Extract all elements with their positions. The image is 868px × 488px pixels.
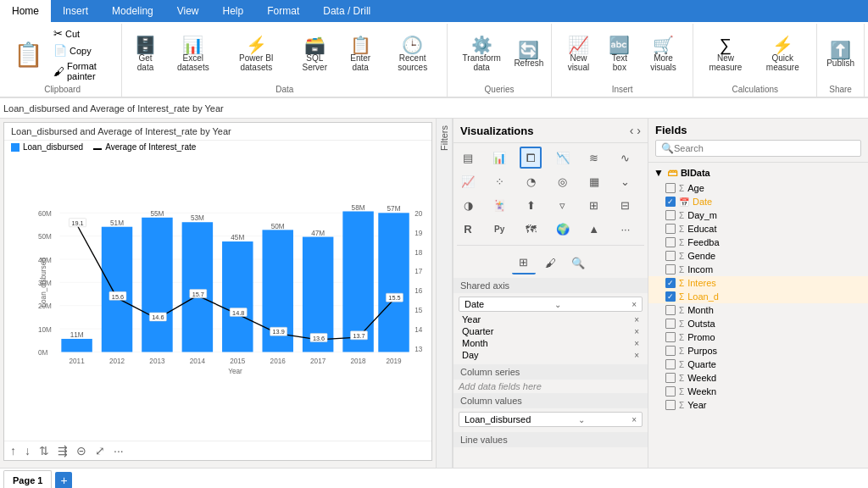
- field-check-quarte[interactable]: [665, 359, 676, 369]
- bar-2014[interactable]: [182, 222, 213, 352]
- field-item-weekn[interactable]: Σ Weekn: [648, 385, 868, 398]
- viz-icon-area[interactable]: ∿: [615, 147, 637, 169]
- toolbar-up-btn[interactable]: ↑: [8, 443, 19, 458]
- field-item-promo[interactable]: Σ Promo: [648, 330, 868, 344]
- filters-panel[interactable]: Filters: [436, 119, 453, 468]
- new-visual-button[interactable]: 📈 New visual: [557, 34, 600, 75]
- viz-icon-scatter[interactable]: ⁘: [488, 170, 510, 192]
- tab-help[interactable]: Help: [211, 0, 256, 22]
- field-check-gende[interactable]: [665, 251, 676, 261]
- viz-icon-table[interactable]: ⊞: [583, 194, 605, 216]
- field-item-date[interactable]: ✓ 📅 Date: [648, 195, 868, 208]
- text-box-button[interactable]: 🔤 Text box: [602, 34, 637, 75]
- chart-inner[interactable]: 60M 50M 40M 30M 20M 10M 0M 20 19 18 17 1…: [4, 153, 431, 441]
- tab-format[interactable]: Format: [255, 0, 311, 22]
- field-item-purpos[interactable]: Σ Purpos: [648, 344, 868, 358]
- field-item-month[interactable]: Σ Month: [648, 303, 868, 317]
- field-check-educat[interactable]: [665, 224, 676, 234]
- more-visuals-button[interactable]: 🛒 More visuals: [639, 34, 688, 75]
- field-item-loand[interactable]: ✓ Σ Loan_d: [648, 290, 868, 303]
- toolbar-filter-btn[interactable]: ⊝: [74, 443, 89, 458]
- viz-icon-card[interactable]: 🃏: [488, 194, 510, 216]
- viz-date-close[interactable]: ×: [632, 300, 637, 309]
- viz-year-close[interactable]: ×: [634, 315, 639, 324]
- sql-server-button[interactable]: 🗃️ SQL Server: [292, 34, 337, 75]
- viz-icon-filled-map[interactable]: 🌍: [552, 218, 574, 240]
- get-data-button[interactable]: 🗄️ Get data: [127, 34, 164, 75]
- tab-view[interactable]: View: [165, 0, 211, 22]
- field-item-daym[interactable]: Σ Day_m: [648, 208, 868, 222]
- format-painter-button[interactable]: 🖌 Format painter: [50, 59, 116, 83]
- field-check-month[interactable]: [665, 305, 676, 315]
- enter-data-button[interactable]: 📋 Enter data: [339, 34, 381, 75]
- bar-2011[interactable]: [61, 339, 92, 352]
- toolbar-drill-btn[interactable]: ⇶: [55, 443, 70, 458]
- bar-2013[interactable]: [142, 218, 172, 352]
- field-item-educat[interactable]: Σ Educat: [648, 222, 868, 236]
- field-check-date[interactable]: ✓: [665, 197, 676, 207]
- field-item-age[interactable]: Σ Age: [648, 181, 868, 195]
- viz-fields-btn[interactable]: ⊞: [512, 251, 536, 274]
- viz-icon-matrix[interactable]: ⊟: [615, 194, 637, 216]
- viz-date-field[interactable]: Date ⌄ ×: [459, 297, 643, 312]
- viz-icon-map[interactable]: 🗺: [520, 218, 542, 240]
- viz-icon-funnel[interactable]: ⌄: [615, 170, 637, 192]
- paste-button[interactable]: 📋: [8, 39, 48, 70]
- transform-data-button[interactable]: ⚙️ Transform data: [453, 34, 510, 75]
- viz-loan-field[interactable]: Loan_disbursed ⌄ ×: [459, 412, 643, 427]
- viz-format-btn[interactable]: 🖌: [539, 251, 563, 274]
- viz-add-column-series[interactable]: Add data fields here: [453, 380, 648, 393]
- excel-datasets-button[interactable]: 📊 Excel datasets: [165, 34, 221, 75]
- viz-chevron-left[interactable]: ‹: [630, 124, 634, 137]
- bar-2018[interactable]: [342, 211, 373, 352]
- viz-icon-pie[interactable]: ◔: [520, 170, 542, 192]
- field-check-interes[interactable]: ✓: [665, 278, 676, 288]
- viz-icon-shapes[interactable]: ▲: [583, 218, 605, 240]
- cut-button[interactable]: ✂ Cut: [50, 25, 116, 42]
- fields-group-header-bidata[interactable]: ▼ 🗃 BIData: [648, 164, 868, 181]
- field-item-incom[interactable]: Σ Incom: [648, 263, 868, 276]
- field-check-weekd[interactable]: [665, 373, 676, 383]
- field-check-promo[interactable]: [665, 332, 676, 342]
- new-measure-button[interactable]: ∑ New measure: [698, 34, 752, 75]
- viz-analytics-btn[interactable]: 🔍: [566, 251, 590, 274]
- field-check-incom[interactable]: [665, 264, 676, 274]
- viz-icon-treemap[interactable]: ▦: [583, 170, 605, 192]
- field-item-weekd[interactable]: Σ Weekd: [648, 371, 868, 385]
- tab-insert[interactable]: Insert: [51, 0, 100, 22]
- viz-icon-more[interactable]: ···: [615, 218, 637, 240]
- tab-home[interactable]: Home: [0, 0, 51, 22]
- power-bi-datasets-button[interactable]: ⚡ Power BI datasets: [223, 34, 290, 75]
- viz-icon-donut[interactable]: ◎: [552, 170, 574, 192]
- toolbar-more-btn[interactable]: ···: [111, 443, 126, 458]
- field-check-feedba[interactable]: [665, 237, 676, 247]
- viz-icon-ribbon[interactable]: ≋: [583, 147, 605, 169]
- field-item-quarte[interactable]: Σ Quarte: [648, 358, 868, 371]
- copy-button[interactable]: 📄 Copy: [50, 42, 116, 58]
- viz-quarter-close[interactable]: ×: [634, 327, 639, 336]
- viz-icon-r[interactable]: R: [457, 218, 479, 240]
- viz-icon-kpi[interactable]: ⬆: [520, 194, 542, 216]
- field-item-interes[interactable]: ✓ Σ Interes: [648, 276, 868, 290]
- viz-icon-py[interactable]: Py: [488, 218, 510, 240]
- viz-month-close[interactable]: ×: [634, 339, 639, 348]
- tab-data-drill[interactable]: Data / Drill: [311, 0, 382, 22]
- refresh-button[interactable]: 🔄 Refresh: [512, 39, 546, 70]
- toolbar-down-btn[interactable]: ↓: [22, 443, 33, 458]
- bar-2019[interactable]: [378, 213, 409, 352]
- field-check-weekn[interactable]: [665, 386, 676, 396]
- toolbar-expand-btn[interactable]: ⤢: [92, 443, 108, 458]
- viz-icon-slicer[interactable]: ▿: [552, 194, 574, 216]
- field-check-purpos[interactable]: [665, 346, 676, 356]
- field-check-loand[interactable]: ✓: [665, 291, 676, 302]
- field-check-year[interactable]: [665, 400, 676, 410]
- bar-2012[interactable]: [102, 227, 132, 352]
- viz-loan-close[interactable]: ×: [632, 415, 637, 424]
- page-tab-1[interactable]: Page 1: [3, 470, 52, 489]
- field-check-daym[interactable]: [665, 210, 676, 220]
- bar-2015[interactable]: [222, 241, 253, 352]
- quick-measure-button[interactable]: ⚡ Quick measure: [754, 34, 811, 75]
- viz-day-close[interactable]: ×: [634, 351, 639, 360]
- field-item-gende[interactable]: Σ Gende: [648, 249, 868, 263]
- field-check-outsta[interactable]: [665, 319, 676, 329]
